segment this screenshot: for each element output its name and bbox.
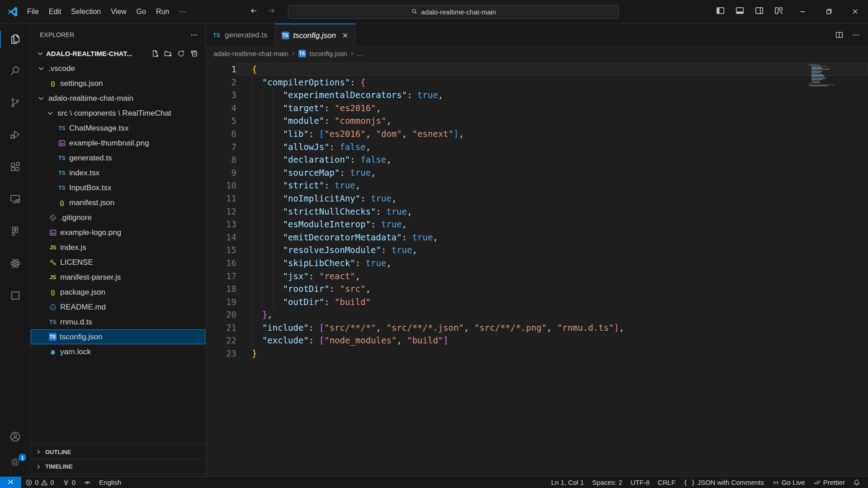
menu-view[interactable]: View [106,5,131,19]
cursor-position[interactable]: Ln 1, Col 1 [547,477,588,488]
language-indicator[interactable]: English [95,477,125,488]
toggle-secondary-sidebar-icon[interactable] [755,6,764,17]
code-line-content[interactable]: "strictNullChecks": true, [236,205,868,218]
tree-item-index-tsx[interactable]: TSindex.tsx [31,165,205,180]
tree-item-adalo-realtime-chat-main[interactable]: adalo-realtime-chat-main [31,91,205,106]
explorer-more-icon[interactable] [190,31,198,39]
activity-run-debug[interactable] [0,120,30,152]
menu-run[interactable]: Run [151,5,174,19]
code-line-content[interactable]: { [236,63,868,76]
new-folder-icon[interactable] [164,50,172,57]
tree-item-src-components-realtimechat[interactable]: src \ components \ RealTimeChat [31,106,205,121]
code-line-content[interactable]: "strict": true, [236,179,868,192]
activity-search[interactable] [0,56,30,88]
tree-item-package-json[interactable]: {}package.json [31,285,205,300]
more-actions-icon[interactable] [852,31,860,39]
tree-item-tsconfig-json[interactable]: TStsconfig.json [31,329,205,344]
activity-extensions[interactable] [0,152,30,184]
go-live-button[interactable]: Go Live [768,477,809,488]
activity-remote-explorer[interactable] [0,184,30,216]
code-line-content[interactable]: "esModuleInterop": true, [236,218,868,231]
activity-source-control[interactable] [0,88,30,120]
menu-go[interactable]: Go [132,5,151,19]
tab-generated-ts[interactable]: TSgenerated.ts [206,23,275,47]
collapse-all-icon[interactable] [190,50,198,57]
tree-item-license[interactable]: LICENSE [31,255,205,270]
indentation-status[interactable]: Spaces: 2 [588,477,627,488]
tree-item-vscode[interactable]: .vscode [31,61,205,76]
activity-figma[interactable] [0,216,30,248]
code-line-content[interactable]: }, [236,308,868,321]
code-line-content[interactable]: "lib": ["es2016", "dom", "esnext"], [236,127,868,141]
code-line-content[interactable]: "compilerOptions": { [236,76,868,89]
code-line-content[interactable]: "exclude": ["node_modules", "build"] [236,334,868,347]
activity-explorer[interactable] [0,23,30,56]
command-center[interactable]: adalo-realtime-chat-main [288,5,619,19]
tree-item-example-logo-png[interactable]: example-logo.png [31,225,205,240]
tree-item-settings-json[interactable]: {}settings.json [31,76,205,91]
tab-close-icon[interactable] [342,32,349,39]
tree-item-chatmessage-tsx[interactable]: TSChatMessage.tsx [31,121,205,136]
code-line-content[interactable]: "module": "commonjs", [236,114,868,127]
code-line-content[interactable]: "declaration": false, [236,153,868,166]
problems-status[interactable]: 0 0 [21,477,58,488]
tree-item-inputbox-tsx[interactable]: TSInputBox.tsx [31,180,205,195]
ports-status[interactable]: 0 [58,477,80,488]
accounts-button[interactable] [0,425,30,450]
code-line-content[interactable]: "skipLibCheck": true, [236,257,868,270]
code-line-content[interactable]: "jsx": "react", [236,270,868,283]
code-line-content[interactable]: "experimentalDecorators": true, [236,89,868,102]
project-root-row[interactable]: ADALO-REALTIME-CHAT... [31,46,205,61]
minimize-button[interactable] [789,0,816,23]
tree-item-yarn-lock[interactable]: yarn.lock [31,344,205,359]
code-line-content[interactable]: } [236,347,868,360]
tree-item-manifest-json[interactable]: {}manifest.json [31,195,205,210]
outline-section[interactable]: OUTLINE [31,444,205,459]
code-line-content[interactable]: "sourceMap": true, [236,166,868,179]
forward-arrow-icon[interactable] [268,7,276,17]
code-line-content[interactable]: "noImplicitAny": true, [236,192,868,205]
menu-edit[interactable]: Edit [44,5,66,19]
activity-react-devtools[interactable] [0,248,30,280]
remote-indicator[interactable] [0,477,21,488]
breadcrumb-symbol[interactable]: ... [357,50,363,57]
language-mode[interactable]: { } JSON with Comments [679,477,768,488]
restore-button[interactable] [816,0,842,23]
notifications-button[interactable] [849,477,864,488]
close-button[interactable] [842,0,868,23]
code-line-content[interactable]: "rootDir": "src", [236,282,868,296]
breadcrumb-file[interactable]: tsconfig.json [310,50,347,57]
minimap[interactable] [808,64,835,87]
tree-item-rnmu-d-ts[interactable]: TSrnmu.d.ts [31,314,205,329]
code-line-content[interactable]: "resolveJsonModule": true, [236,244,868,257]
split-editor-icon[interactable] [835,31,843,39]
timeline-section[interactable]: TIMELINE [31,459,205,474]
menu-more[interactable]: ··· [174,5,191,19]
code-line-content[interactable]: "outDir": "build" [236,296,868,309]
screencast-status[interactable] [80,477,95,488]
toggle-primary-sidebar-icon[interactable] [716,6,725,17]
settings-button[interactable]: 1 [0,450,30,475]
new-file-icon[interactable] [151,50,159,57]
back-arrow-icon[interactable] [250,7,258,17]
tree-item-example-thumbnail-png[interactable]: example-thumbnail.png [31,136,205,150]
tree-item-index-js[interactable]: JSindex.js [31,240,205,255]
code-line-content[interactable]: "target": "es2016", [236,102,868,115]
toggle-panel-icon[interactable] [736,6,744,17]
refresh-icon[interactable] [177,50,185,57]
tab-tsconfig-json[interactable]: TStsconfig.json [275,23,356,47]
code-line-content[interactable]: "allowJs": false, [236,141,868,154]
tree-item-gitignore[interactable]: .gitignore [31,210,205,225]
menu-selection[interactable]: Selection [66,5,106,19]
encoding-status[interactable]: UTF-8 [626,477,654,488]
code-line-content[interactable]: "emitDecoratorMetadata": true, [236,231,868,244]
tree-item-manifest-parser-js[interactable]: JSmanifest-parser.js [31,270,205,285]
breadcrumb-folder[interactable]: adalo-realtime-chat-main [213,50,288,57]
menu-file[interactable]: File [22,5,44,19]
code-editor[interactable]: 1{2 "compilerOptions": {3 "experimentalD… [206,60,868,476]
prettier-status[interactable]: Prettier [809,477,849,488]
customize-layout-icon[interactable] [774,6,783,17]
tree-item-readme-md[interactable]: README.md [31,300,205,314]
code-line-content[interactable]: "include": ["src/**/*", "src/**/*.json",… [236,321,868,334]
eol-status[interactable]: CRLF [654,477,679,488]
